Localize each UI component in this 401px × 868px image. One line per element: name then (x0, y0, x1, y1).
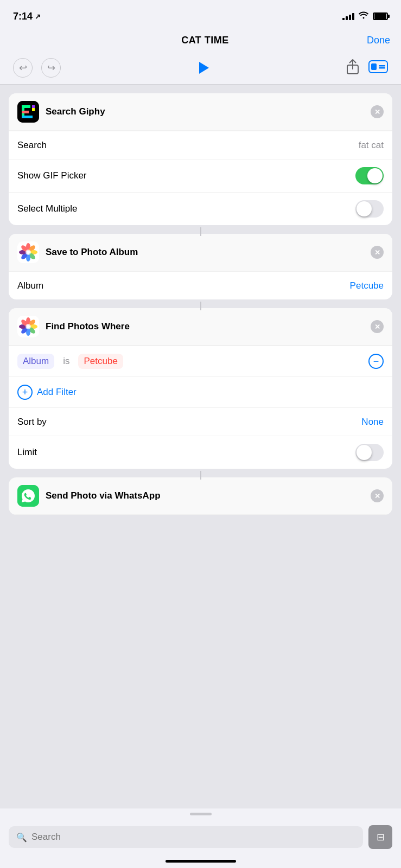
toolbar: ↩ ↪ (0, 52, 401, 85)
album-value[interactable]: Petcube (350, 280, 384, 291)
keyboard-button[interactable]: ⊟ (368, 825, 392, 849)
undo-button[interactable]: ↩ (13, 58, 33, 78)
save-to-photo-album-card: Save to Photo Album ✕ Album Petcube (9, 234, 392, 299)
search-icon: 🔍 (16, 832, 27, 843)
search-row: Search fat cat (9, 131, 392, 159)
connector-2 (9, 302, 392, 310)
remove-filter-button[interactable]: − (368, 354, 384, 369)
status-icons (342, 11, 388, 21)
play-button[interactable] (198, 62, 209, 74)
play-icon (199, 62, 209, 74)
save-photo-header: Save to Photo Album ✕ (9, 234, 392, 271)
toolbar-left: ↩ ↪ (13, 58, 61, 78)
send-whatsapp-title: Send Photo via WhatsApp (46, 490, 161, 501)
send-whatsapp-header: Send Photo via WhatsApp ✕ (9, 477, 392, 515)
search-value[interactable]: fat cat (359, 140, 384, 151)
connector-3 (9, 471, 392, 480)
filter-op-tag: is (58, 354, 75, 369)
sort-by-value[interactable]: None (361, 417, 384, 427)
share-icon (346, 59, 360, 75)
svg-rect-2 (371, 63, 377, 70)
home-bar (166, 860, 236, 863)
send-whatsapp-card: Send Photo via WhatsApp ✕ (9, 477, 392, 515)
find-photos-close-button[interactable]: ✕ (371, 320, 384, 333)
main-content: Search Giphy ✕ Search fat cat Show GIF P… (0, 85, 401, 593)
undo-icon: ↩ (19, 62, 27, 74)
limit-label: Limit (17, 447, 37, 458)
svg-point-21 (26, 250, 31, 255)
wifi-icon (359, 11, 368, 21)
filter-value-tag[interactable]: Petcube (78, 354, 123, 369)
connector-1 (9, 227, 392, 236)
redo-button[interactable]: ↪ (41, 58, 61, 78)
svg-rect-8 (22, 111, 29, 113)
album-row: Album Petcube (9, 271, 392, 299)
add-filter-row[interactable]: + Add Filter (9, 376, 392, 407)
limit-toggle[interactable] (355, 444, 384, 461)
add-filter-icon: + (17, 385, 33, 400)
bottom-sheet: 🔍 ⊟ (0, 808, 401, 868)
show-gif-picker-toggle[interactable] (355, 167, 384, 184)
find-photos-title: Find Photos Where (46, 321, 130, 332)
search-input[interactable] (31, 832, 355, 843)
whatsapp-icon (17, 485, 39, 507)
toggle-view-icon (368, 60, 388, 73)
add-filter-label: Add Filter (37, 387, 77, 398)
bottom-handle (0, 813, 401, 815)
location-icon: ↗ (35, 12, 41, 21)
home-indicator (0, 856, 401, 868)
find-photos-where-card: Find Photos Where ✕ Album is Petcube − +… (9, 308, 392, 469)
redo-icon: ↪ (47, 62, 55, 74)
filter-row: Album is Petcube − (9, 346, 392, 376)
svg-rect-7 (22, 105, 30, 108)
svg-rect-4 (379, 67, 385, 69)
keyboard-icon: ⊟ (377, 831, 385, 843)
select-multiple-toggle[interactable] (355, 200, 384, 218)
svg-point-31 (26, 324, 31, 329)
toggle-view-button[interactable] (368, 60, 388, 75)
sort-by-label: Sort by (17, 417, 47, 427)
limit-row: Limit (9, 436, 392, 469)
filter-field-tag[interactable]: Album (17, 354, 54, 369)
save-photo-title: Save to Photo Album (46, 247, 138, 258)
status-bar: 7:14 ↗ (0, 0, 401, 29)
search-giphy-close-button[interactable]: ✕ (371, 105, 384, 118)
search-bar-row: 🔍 ⊟ (0, 821, 401, 856)
page-title: CAT TIME (181, 35, 229, 46)
search-giphy-title: Search Giphy (46, 106, 105, 117)
battery-icon (373, 12, 388, 20)
sort-by-row: Sort by None (9, 407, 392, 436)
bottom-handle-bar (190, 813, 212, 815)
svg-rect-9 (22, 116, 33, 118)
find-photos-header: Find Photos Where ✕ (9, 308, 392, 346)
done-button[interactable]: Done (367, 35, 390, 46)
svg-rect-3 (379, 65, 385, 67)
search-label: Search (17, 140, 47, 151)
select-multiple-row: Select Multiple (9, 192, 392, 225)
svg-rect-11 (32, 105, 35, 108)
toolbar-center (198, 62, 209, 74)
giphy-icon (17, 101, 39, 123)
save-photo-close-button[interactable]: ✕ (371, 246, 384, 259)
photos-icon (17, 241, 39, 263)
search-field[interactable]: 🔍 (9, 826, 363, 848)
signal-bars-icon (342, 12, 354, 20)
select-multiple-label: Select Multiple (17, 203, 78, 214)
find-photos-icon (17, 316, 39, 337)
time-display: 7:14 (13, 11, 33, 22)
send-whatsapp-close-button[interactable]: ✕ (371, 489, 384, 502)
show-gif-picker-label: Show GIF Picker (17, 170, 87, 181)
status-time: 7:14 ↗ (13, 11, 41, 22)
search-giphy-header: Search Giphy ✕ (9, 93, 392, 131)
show-gif-picker-row: Show GIF Picker (9, 159, 392, 192)
album-label: Album (17, 280, 43, 291)
spacer (9, 519, 392, 584)
share-button[interactable] (346, 59, 360, 77)
nav-bar: CAT TIME Done (0, 29, 401, 52)
toolbar-right (346, 59, 388, 77)
search-giphy-card: Search Giphy ✕ Search fat cat Show GIF P… (9, 93, 392, 225)
filter-tags: Album is Petcube (17, 354, 123, 369)
